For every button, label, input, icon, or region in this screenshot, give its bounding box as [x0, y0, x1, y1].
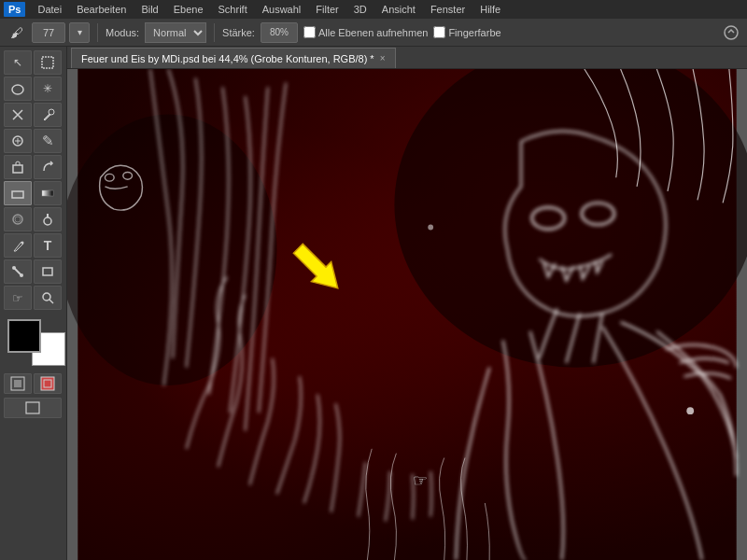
menu-bild[interactable]: Bild [134, 2, 164, 17]
svg-rect-21 [26, 402, 39, 413]
svg-rect-5 [13, 165, 22, 173]
eraser-tool[interactable] [4, 181, 32, 205]
text-tool[interactable]: T [34, 233, 62, 258]
menu-ansicht[interactable]: Ansicht [375, 2, 422, 17]
svg-point-9 [15, 217, 21, 222]
modus-select[interactable]: Normal [145, 22, 206, 43]
menu-bearbeiten[interactable]: Bearbeiten [70, 2, 133, 17]
blur-tool[interactable] [4, 207, 32, 231]
brush-tool[interactable]: ✎ [34, 129, 62, 153]
quick-mask-on[interactable] [34, 373, 62, 394]
svg-rect-19 [41, 377, 54, 390]
menu-ebene[interactable]: Ebene [167, 2, 210, 17]
divider-2 [214, 23, 215, 42]
svg-point-29 [428, 225, 433, 231]
menu-bar: Ps Datei Bearbeiten Bild Ebene Schrift A… [0, 0, 747, 19]
zoom-tool[interactable] [34, 286, 62, 310]
tool-row-10: ☞ [4, 286, 63, 310]
screen-mode-row [4, 398, 63, 418]
healing-tool[interactable] [4, 129, 32, 153]
tool-row-4: ✎ [4, 129, 63, 153]
svg-rect-18 [14, 380, 21, 387]
tool-row-1: ↖ [4, 50, 63, 75]
path-selection-tool[interactable] [4, 259, 32, 284]
mode-row [4, 373, 63, 394]
ps-logo: Ps [4, 2, 25, 17]
pen-tool[interactable] [4, 233, 32, 258]
stamp-tool[interactable] [4, 155, 32, 179]
brush-icon-btn[interactable]: 🖌 [6, 22, 28, 43]
marquee-tool[interactable] [34, 50, 62, 75]
staerke-label: Stärke: [222, 27, 255, 38]
tool-row-2: ✳ [4, 77, 63, 101]
menu-3d[interactable]: 3D [347, 2, 374, 17]
svg-point-0 [725, 26, 738, 39]
document-tab[interactable]: Feuer und Eis by MDi.psd bei 44,4% (Grob… [71, 48, 396, 68]
magic-wand-tool[interactable]: ✳ [34, 77, 62, 101]
artwork-image [67, 69, 747, 560]
canvas-area: Feuer und Eis by MDi.psd bei 44,4% (Grob… [67, 47, 747, 560]
svg-point-28 [686, 407, 694, 414]
fingerfarbe-group: Fingerfarbe [433, 26, 500, 38]
menu-datei[interactable]: Datei [31, 2, 68, 17]
svg-point-3 [49, 109, 54, 115]
tool-row-9 [4, 259, 63, 284]
svg-rect-1 [42, 57, 53, 68]
tool-row-8: T [4, 233, 63, 258]
svg-point-13 [20, 273, 23, 277]
crop-tool[interactable] [4, 103, 32, 127]
tool-row-3 [4, 103, 63, 127]
menu-hilfe[interactable]: Hilfe [473, 2, 507, 17]
dodge-tool[interactable] [34, 207, 62, 231]
svg-point-2 [12, 85, 23, 94]
svg-point-15 [43, 293, 50, 301]
brush-preset-btn[interactable]: ▾ [69, 22, 90, 43]
svg-line-16 [49, 300, 53, 303]
tab-close-btn[interactable]: × [380, 53, 386, 63]
modus-label: Modus: [106, 27, 139, 38]
history-brush-tool[interactable] [34, 155, 62, 179]
svg-rect-14 [43, 268, 52, 275]
alle-ebenen-checkbox[interactable] [303, 26, 316, 38]
svg-rect-6 [12, 191, 23, 198]
menu-filter[interactable]: Filter [309, 2, 345, 17]
tool-row-5 [4, 155, 63, 179]
canvas-wrapper[interactable]: ☞ [67, 69, 747, 560]
color-swatches[interactable] [7, 319, 65, 366]
screen-mode-btn[interactable] [4, 398, 62, 418]
menu-schrift[interactable]: Schrift [212, 2, 254, 17]
fingerfarbe-checkbox[interactable] [433, 26, 445, 38]
brush-size-btn[interactable]: 77 [32, 22, 65, 43]
alle-ebenen-label: Alle Ebenen aufnehmen [318, 27, 428, 38]
quick-mask-off[interactable] [4, 373, 32, 394]
toolbox: ↖ ✳ ✎ [0, 47, 67, 560]
svg-point-10 [44, 217, 51, 225]
fingerfarbe-label: Fingerfarbe [448, 27, 500, 38]
svg-point-25 [67, 114, 277, 385]
svg-point-12 [12, 266, 16, 270]
foreground-color[interactable] [7, 319, 41, 353]
svg-point-11 [21, 242, 24, 245]
eyedropper-tool[interactable] [34, 103, 62, 127]
alle-ebenen-group: Alle Ebenen aufnehmen [303, 26, 428, 38]
gradient-tool[interactable] [34, 181, 62, 205]
tab-title: Feuer und Eis by MDi.psd bei 44,4% (Grob… [81, 53, 374, 64]
move-tool[interactable]: ↖ [4, 50, 32, 75]
main-area: ↖ ✳ ✎ [0, 47, 747, 560]
staerke-value[interactable]: 80% [261, 22, 298, 43]
divider-1 [97, 23, 98, 42]
shape-tool[interactable] [34, 259, 62, 284]
tool-row-6 [4, 181, 63, 205]
menu-auswahl[interactable]: Auswahl [256, 2, 308, 17]
hand-tool[interactable]: ☞ [4, 286, 32, 310]
options-bar: 🖌 77 ▾ Modus: Normal Stärke: 80% Alle Eb… [0, 19, 747, 47]
pressure-btn[interactable] [721, 22, 741, 43]
lasso-tool[interactable] [4, 77, 32, 101]
svg-rect-7 [42, 190, 53, 196]
tool-row-7 [4, 207, 63, 231]
menu-fenster[interactable]: Fenster [424, 2, 472, 17]
tab-bar: Feuer und Eis by MDi.psd bei 44,4% (Grob… [67, 47, 747, 69]
